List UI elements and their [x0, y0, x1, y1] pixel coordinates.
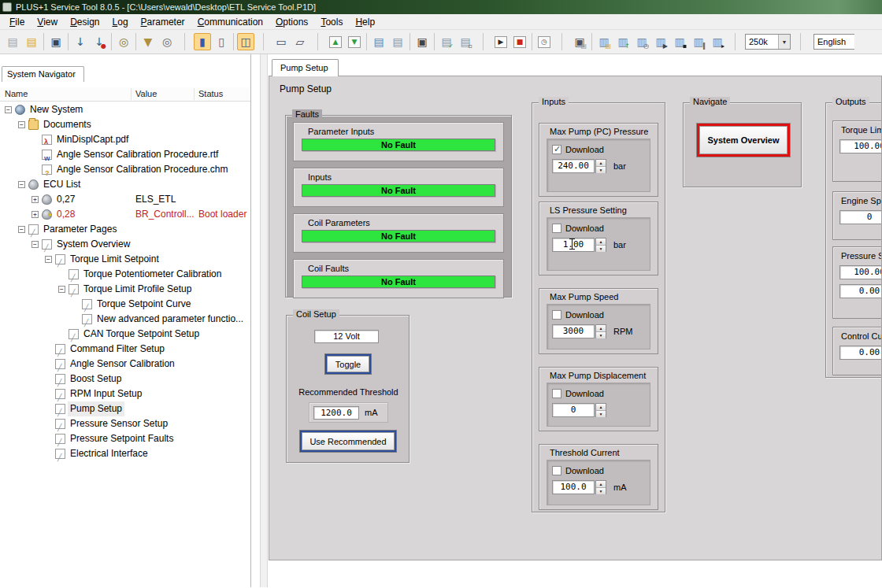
tree-item[interactable]: Torque Setpoint Curve	[0, 297, 251, 312]
language-select[interactable]: English	[813, 34, 854, 50]
save-log-icon[interactable]: ▣▤	[571, 33, 588, 50]
collapse-expander-icon[interactable]: −	[18, 226, 25, 233]
log-start-icon[interactable]: ▥▶	[652, 33, 669, 50]
value-spinner-field[interactable]: 100.0	[552, 480, 595, 494]
download-checkbox[interactable]	[552, 224, 561, 233]
value-spinner-field[interactable]: 0	[552, 403, 595, 417]
spin-up-icon[interactable]: ▲	[596, 239, 606, 246]
menu-item-tools[interactable]: Tools	[314, 15, 349, 29]
use-recommended-button[interactable]: Use Recommended	[300, 431, 396, 452]
collapse-expander-icon[interactable]: −	[32, 241, 39, 248]
tree-item[interactable]: RPM Input Setup	[0, 386, 251, 401]
screen-capture-icon[interactable]: ▭	[272, 33, 290, 50]
spin-up-icon[interactable]: ▲	[596, 325, 606, 332]
save-data-icon[interactable]: ▣	[413, 33, 431, 50]
menu-item-options[interactable]: Options	[269, 15, 314, 29]
spin-up-icon[interactable]: ▲	[596, 481, 606, 488]
log-step-icon[interactable]: ▥▸	[709, 33, 726, 50]
menu-item-log[interactable]: Log	[106, 15, 135, 29]
file-compare-icon[interactable]: ▤	[370, 33, 387, 50]
tree-item[interactable]: +0,28BR_Controll...Boot loader	[0, 207, 251, 222]
download-checkbox[interactable]	[552, 466, 561, 475]
menu-item-communication[interactable]: Communication	[191, 15, 269, 29]
tree-item[interactable]: MinDisplCapt.pdf	[0, 132, 251, 147]
menu-item-parameter[interactable]: Parameter	[135, 15, 191, 29]
file-accept-icon[interactable]: ▤✓	[438, 33, 455, 50]
spin-down-icon[interactable]: ▼	[596, 246, 606, 252]
chevron-down-icon[interactable]: ▼	[778, 35, 790, 49]
tab-system-navigator[interactable]: System Navigator	[2, 66, 84, 82]
menu-item-view[interactable]: View	[31, 15, 64, 29]
stop-communication-icon[interactable]: ■	[511, 33, 528, 50]
spin-up-icon[interactable]: ▲	[596, 160, 606, 167]
download-system-icon[interactable]: ↓	[72, 33, 89, 50]
shield-book-icon[interactable]: ▯	[213, 33, 230, 50]
tree-item[interactable]: −Torque Limit Profile Setup	[0, 282, 251, 297]
search-files-icon[interactable]: ◎	[115, 33, 132, 50]
column-header-name[interactable]: Name	[5, 89, 28, 98]
tree-item[interactable]: Electrical Interface	[0, 446, 251, 461]
download-checkbox[interactable]	[552, 145, 561, 154]
download-green-icon[interactable]: ▼	[346, 33, 363, 50]
baud-rate-select[interactable]: 250k ▼	[745, 34, 791, 50]
expand-expander-icon[interactable]: +	[32, 196, 39, 203]
start-communication-icon[interactable]: ▶	[492, 33, 510, 50]
collapse-expander-icon[interactable]: −	[5, 106, 12, 113]
panel-splitter[interactable]	[260, 54, 268, 587]
tree-item[interactable]: Pump Setup	[0, 401, 251, 416]
spin-down-icon[interactable]: ▼	[596, 411, 606, 417]
save-project-icon[interactable]: ▣	[47, 33, 65, 50]
menu-item-help[interactable]: Help	[349, 15, 381, 29]
tree-item[interactable]: −Documents	[0, 117, 251, 132]
scan-system-icon[interactable]: ▼	[139, 33, 157, 50]
upload-green-icon[interactable]: ▲	[327, 33, 344, 50]
log-save-icon[interactable]: ▥▪	[671, 33, 688, 50]
file-remove-icon[interactable]: ▤▫	[457, 33, 474, 50]
expand-expander-icon[interactable]: +	[32, 211, 39, 218]
menu-item-design[interactable]: Design	[64, 15, 106, 29]
tree-item[interactable]: −ECU List	[0, 177, 251, 192]
tree-item[interactable]: +0,27ELS_ETL	[0, 192, 251, 207]
spin-down-icon[interactable]: ▼	[596, 488, 606, 494]
collapse-expander-icon[interactable]: −	[58, 286, 65, 293]
tree-item[interactable]: New advanced parameter functio...	[0, 312, 251, 327]
tree-item[interactable]: −Parameter Pages	[0, 222, 251, 237]
tree-item[interactable]: Pressure Sensor Setup	[0, 416, 251, 431]
toggle-button[interactable]: Toggle	[325, 354, 371, 374]
edit-page-icon[interactable]: ▱	[291, 33, 309, 50]
log-upload-icon[interactable]: ▥↑	[614, 33, 632, 50]
open-project-icon[interactable]: ▤	[23, 33, 40, 50]
tree-item[interactable]: Angle Sensor Calibration Procedure.chm	[0, 162, 251, 177]
log-pause-icon[interactable]: ▥‖	[690, 33, 707, 50]
tree-item[interactable]: CAN Torque Setpoint Setup	[0, 327, 251, 342]
download-file-icon[interactable]: ↓●	[91, 33, 108, 50]
column-header-value[interactable]: Value	[135, 89, 157, 98]
system-overview-button[interactable]: System Overview	[697, 124, 790, 157]
new-document-icon[interactable]: ▤	[4, 33, 21, 50]
value-spinner-field[interactable]: 3000	[552, 324, 595, 338]
spin-down-icon[interactable]: ▼	[596, 332, 606, 338]
tree-item[interactable]: Boost Setup	[0, 372, 251, 386]
tree-item[interactable]: Pressure Setpoint Faults	[0, 431, 251, 446]
column-header-status[interactable]: Status	[198, 89, 223, 98]
scan-search-icon[interactable]: ◎	[158, 33, 176, 50]
tree-item[interactable]: −Torque Limit Setpoint	[0, 252, 251, 267]
spin-up-icon[interactable]: ▲	[596, 404, 606, 411]
collapse-expander-icon[interactable]: −	[18, 121, 25, 128]
tree-item[interactable]: Command Filter Setup	[0, 342, 251, 357]
collapse-expander-icon[interactable]: −	[18, 181, 25, 188]
log-schedule-icon[interactable]: ▥◷	[633, 33, 650, 50]
spin-down-icon[interactable]: ▼	[596, 167, 606, 173]
download-checkbox[interactable]	[552, 310, 561, 320]
split-view-icon[interactable]: ◫	[237, 33, 254, 50]
parameter-book-icon[interactable]: ▮	[194, 33, 211, 50]
tree-item[interactable]: Angle Sensor Calibration	[0, 357, 251, 372]
tree-item[interactable]: −System Overview	[0, 237, 251, 252]
log-open-icon[interactable]: ▥▤	[595, 33, 613, 50]
tree-item[interactable]: −New System	[0, 102, 251, 117]
download-checkbox[interactable]	[552, 389, 561, 398]
tree-item[interactable]: Angle Sensor Calibration Procedure.rtf	[0, 147, 251, 162]
file-export-icon[interactable]: ▤	[389, 33, 406, 50]
collapse-expander-icon[interactable]: −	[45, 256, 52, 263]
tab-pump-setup[interactable]: Pump Setup	[272, 59, 339, 76]
